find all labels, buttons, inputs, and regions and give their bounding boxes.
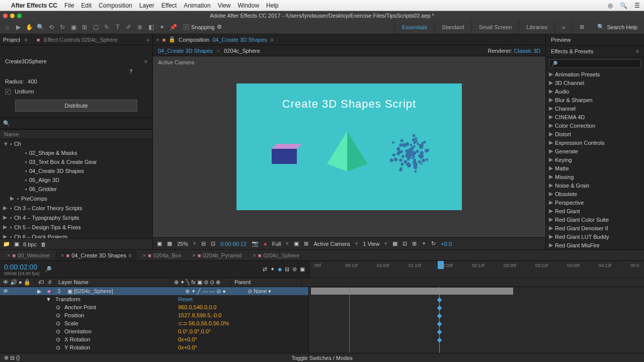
tab-project-menu-icon[interactable]: ≡	[24, 37, 27, 43]
timeline-layers[interactable]: 👁▶■3▣ [0204c_Sphere]⊕ ✦ ╱ — — ⊘ ●⊘ None …	[0, 287, 309, 353]
tree-item[interactable]: ▶▪Ch 5 – Design Tips & Fixes	[0, 222, 152, 232]
search-help-input[interactable]: Search Help	[607, 24, 637, 30]
tl-icon2[interactable]: ✦	[270, 266, 275, 273]
effects-category[interactable]: ▶CINEMA 4D	[546, 113, 644, 121]
tree-item[interactable]: ▶▪PreComps	[0, 194, 152, 203]
project-name-header[interactable]: Name	[0, 129, 152, 139]
effects-category[interactable]: ▶Matte	[546, 164, 644, 172]
tree-item[interactable]: ▪02_Shape & Masks	[0, 148, 152, 157]
tl-icon4[interactable]: ⊟	[285, 266, 289, 273]
list-icon[interactable]: ☰	[634, 2, 640, 9]
effects-category[interactable]: ▶3D Channel	[546, 78, 644, 87]
effects-category[interactable]: ▶Audio	[546, 87, 644, 96]
uniform-checkbox[interactable]: ✓	[5, 89, 11, 95]
transform-property-row[interactable]: ⊙Y Rotation0x+0.0°	[0, 343, 308, 351]
timeline-tab[interactable]: × ■ 0204b_Pyramid	[187, 251, 247, 260]
breadcrumb-root[interactable]: 04_Create 3D Shapes	[158, 48, 213, 54]
vf-icon9[interactable]: ⊞	[412, 240, 417, 247]
project-tree[interactable]: ▼▪Ch▪02_Shape & Masks▪03_Text Box & Crea…	[0, 139, 152, 238]
tree-item[interactable]: ▼▪Ch	[0, 139, 152, 148]
menu-help[interactable]: Help	[266, 2, 279, 9]
effects-category[interactable]: ▶Color Correction	[546, 121, 644, 130]
minimize-icon[interactable]	[10, 14, 15, 18]
vf-icon11[interactable]: ↻	[431, 240, 436, 247]
tree-item[interactable]: ▪04_Create 3D Shapes	[0, 166, 152, 175]
camera-dropdown[interactable]: Active Camera	[313, 241, 350, 247]
vf-icon1[interactable]: ▣	[157, 240, 162, 247]
tl-icon1[interactable]: ⇄	[263, 266, 267, 273]
effects-presets-header[interactable]: Effects & Presets	[551, 48, 593, 54]
viewer-timecode[interactable]: 0:00:00:12	[220, 241, 247, 247]
channel-icon[interactable]: ●	[264, 241, 267, 247]
effects-category[interactable]: ▶Distort	[546, 130, 644, 138]
current-time-indicator[interactable]	[349, 287, 350, 353]
search-icon[interactable]: 🔍	[620, 2, 627, 9]
eraser-tool[interactable]: ◧	[146, 23, 155, 32]
effects-presets-list[interactable]: ▶Animation Presets▶3D Channel▶Audio▶Blur…	[546, 70, 644, 249]
transform-property-row[interactable]: ⊙X Rotation0x+0.0°	[0, 335, 308, 343]
rotate-tool[interactable]: ↻	[58, 23, 67, 32]
clone-tool[interactable]: ⊕	[135, 23, 144, 32]
tl-footer-icons[interactable]: ⊕ ⊟ {}	[4, 354, 20, 361]
text-tool[interactable]: T	[113, 23, 122, 32]
timeline-tracks[interactable]	[309, 287, 644, 353]
menu-view[interactable]: View	[218, 2, 231, 9]
resolution-dropdown[interactable]: Full	[272, 241, 281, 247]
timeline-tab[interactable]: × ■ 0204c_Sphere	[248, 251, 304, 260]
effects-category[interactable]: ▶Keying	[546, 155, 644, 164]
effect-menu-icon[interactable]: ≡	[144, 58, 147, 64]
puppet-tool[interactable]: 📌	[169, 23, 178, 32]
zoom-tool[interactable]: 🔍	[36, 23, 45, 32]
brush-tool[interactable]: ✐	[124, 23, 133, 32]
effects-category[interactable]: ▶Perspective	[546, 198, 644, 207]
project-search-icon[interactable]: 🔍	[3, 120, 10, 127]
trash-icon[interactable]: 🗑	[41, 241, 46, 247]
radius-value[interactable]: 400	[28, 78, 37, 84]
workspace-standard[interactable]: Standard	[434, 20, 471, 34]
effects-category[interactable]: ▶Missing	[546, 172, 644, 181]
views-dropdown[interactable]: 1 View	[363, 241, 380, 247]
close-icon[interactable]	[3, 14, 8, 18]
effects-category[interactable]: ▶Red Giant Color Suite	[546, 215, 644, 224]
zoom-icon[interactable]	[17, 14, 22, 18]
comp-tab-menu-icon[interactable]: ≡	[270, 37, 273, 43]
timeline-tab[interactable]: × ■ 00_Welcome	[2, 251, 55, 260]
new-comp-icon[interactable]: ▣	[14, 241, 19, 247]
menu-window[interactable]: Window	[237, 2, 259, 9]
effects-category[interactable]: ▶Expression Controls	[546, 138, 644, 147]
distribute-button[interactable]: Distribute	[15, 100, 137, 112]
menu-file[interactable]: File	[64, 2, 74, 9]
effects-category[interactable]: ▶Channel	[546, 104, 644, 113]
tab-effect-controls[interactable]: Effect Controls 0204c_Sphere	[44, 37, 118, 43]
effects-category[interactable]: ▶Generate	[546, 147, 644, 155]
col-parent[interactable]: Parent	[231, 278, 302, 287]
vf-icon4[interactable]: ⊡	[211, 240, 215, 247]
keyframe[interactable]	[437, 338, 442, 343]
selection-tool[interactable]: ▶	[14, 23, 23, 32]
transform-property-row[interactable]: ⊙Orientation0.0°,0.0°,0.0°	[0, 327, 308, 335]
tl-icon6[interactable]: ▣	[300, 266, 305, 273]
effects-search-input[interactable]: 🔎	[549, 59, 641, 68]
workspace-libraries[interactable]: Libraries	[519, 20, 554, 34]
tab-overflow-icon[interactable]: »	[146, 37, 149, 43]
app-name[interactable]: After Effects CC	[11, 2, 57, 9]
vf-icon8[interactable]: ⊡	[403, 240, 407, 247]
roto-tool[interactable]: ✦	[157, 23, 167, 32]
effects-category[interactable]: ▶Noise & Grain	[546, 181, 644, 190]
cc-icon[interactable]: ◎	[608, 2, 613, 9]
transform-property-row[interactable]: ⊙Scale⊂⊃ 56.0,56.0,56.0%	[0, 319, 308, 327]
vf-icon5[interactable]: ▣	[294, 240, 299, 247]
workspace-small-screen[interactable]: Small Screen	[471, 20, 519, 34]
hand-tool[interactable]: ✋	[25, 23, 34, 32]
breadcrumb-child[interactable]: 0204c_Sphere	[224, 48, 260, 54]
tab-project[interactable]: Project	[3, 37, 20, 43]
ep-menu-icon[interactable]: ≡	[636, 48, 639, 54]
lock-icon[interactable]: 🔒	[169, 36, 176, 43]
orbit-tool[interactable]: ⟲	[47, 23, 56, 32]
workspace-essentials[interactable]: Essentials	[394, 20, 434, 34]
tree-item[interactable]: ▶▪Ch 4 – Typography Scripts	[0, 213, 152, 222]
timeline-timecode[interactable]: 0:00:02:00	[4, 263, 40, 271]
rect-tool[interactable]: ▢	[91, 23, 100, 32]
pen-tool[interactable]: ✎	[102, 23, 111, 32]
exposure-value[interactable]: +0.0	[441, 241, 452, 247]
